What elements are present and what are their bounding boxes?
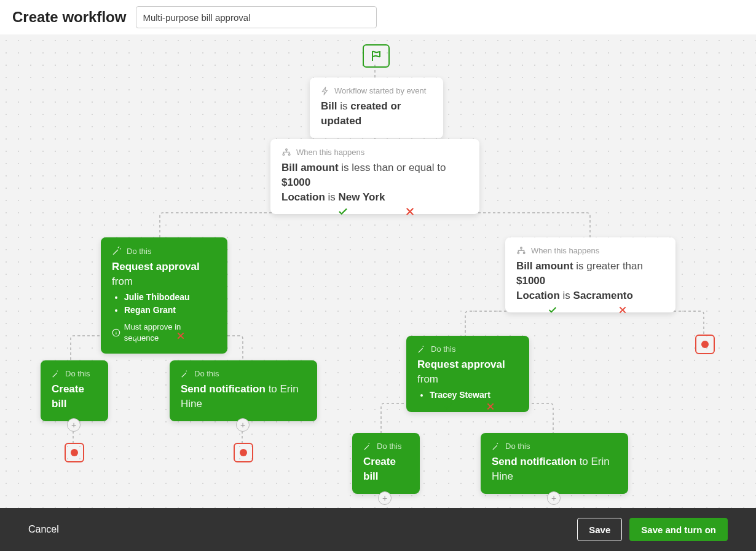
end-node[interactable] xyxy=(65,443,84,462)
end-node[interactable] xyxy=(695,335,715,354)
wand-icon xyxy=(363,442,372,451)
request-approval-node-2[interactable]: Do this Request approval from Tracey Ste… xyxy=(406,336,529,412)
approver: Julie Thibodeau xyxy=(124,291,216,304)
condition-node-1[interactable]: When this happens Bill amount is less th… xyxy=(270,139,479,214)
condition-node-2[interactable]: When this happens Bill amount is greater… xyxy=(505,237,675,312)
svg-point-17 xyxy=(521,247,522,249)
wand-icon xyxy=(112,246,122,256)
create-bill-node-2[interactable]: Do this Create bill xyxy=(352,433,420,494)
svg-point-15 xyxy=(288,154,290,156)
workflow-canvas[interactable]: Workflow started by event Bill is create… xyxy=(0,34,756,508)
workflow-name-input[interactable] xyxy=(136,6,377,28)
check-icon xyxy=(337,206,349,220)
request-approval-node-1[interactable]: Do this Request approval from Julie Thib… xyxy=(101,237,227,354)
svg-point-18 xyxy=(518,252,519,254)
svg-point-19 xyxy=(523,252,525,254)
branch-icon xyxy=(516,247,526,255)
end-node[interactable] xyxy=(234,443,253,462)
cross-icon xyxy=(486,402,495,414)
cancel-button[interactable]: Cancel xyxy=(28,524,59,535)
wand-icon xyxy=(52,370,60,378)
cross-icon xyxy=(618,305,628,317)
check-icon xyxy=(443,402,454,414)
add-node-button[interactable]: + xyxy=(378,491,392,505)
svg-point-14 xyxy=(283,154,285,156)
add-node-button[interactable]: + xyxy=(67,418,81,432)
send-notification-node-1[interactable]: Do this Send notification to Erin Hine xyxy=(170,360,317,421)
add-node-button[interactable]: + xyxy=(547,491,561,505)
branch-icon xyxy=(282,148,291,157)
info-icon xyxy=(112,328,120,337)
send-notification-node-2[interactable]: Do this Send notification to Erin Hine xyxy=(481,433,628,494)
create-bill-node-1[interactable]: Do this Create bill xyxy=(41,360,108,421)
cross-icon xyxy=(176,331,186,343)
start-node[interactable] xyxy=(363,44,390,68)
approver: Tracey Stewart xyxy=(430,389,518,402)
trigger-node[interactable]: Workflow started by event Bill is create… xyxy=(310,77,443,138)
page-title: Create workflow xyxy=(12,9,126,26)
save-button[interactable]: Save xyxy=(577,518,622,541)
check-icon xyxy=(547,305,558,317)
approver: Regan Grant xyxy=(124,304,216,317)
bolt-icon xyxy=(321,87,329,95)
add-node-button[interactable]: + xyxy=(236,418,250,432)
trigger-head: Workflow started by event xyxy=(334,86,426,95)
wand-icon xyxy=(492,442,500,451)
save-and-turn-on-button[interactable]: Save and turn on xyxy=(629,518,728,541)
check-icon xyxy=(131,331,142,343)
flag-icon xyxy=(371,50,381,61)
cross-icon xyxy=(404,206,415,220)
svg-point-13 xyxy=(286,149,288,151)
wand-icon xyxy=(417,345,426,354)
wand-icon xyxy=(181,370,189,378)
